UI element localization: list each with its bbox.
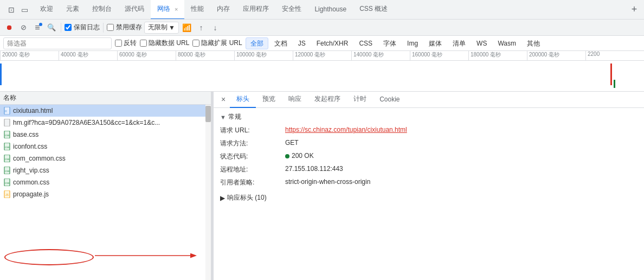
svg-text:CSS: CSS — [5, 134, 10, 137]
svg-text:H: H — [5, 110, 7, 113]
add-tab-button[interactable]: + — [627, 2, 642, 17]
general-section-title: 常规 — [228, 112, 241, 122]
info-label: 状态代码: — [220, 152, 285, 161]
info-value[interactable]: https://sc.chinaz.com/tupian/cixiutuan.h… — [285, 126, 637, 133]
detail-tab-计时[interactable]: 计时 — [347, 92, 373, 108]
response-headers-section[interactable]: ▶ 响应标头 (10) — [220, 193, 637, 202]
preserve-log-checkbox[interactable]: 保留日志 — [65, 23, 100, 32]
info-value: 200 OK — [285, 152, 637, 160]
ruler-mark: 100000 毫秒 — [234, 51, 293, 61]
filter-type-Fetch/XHR[interactable]: Fetch/XHR — [312, 37, 353, 49]
filter-type-文档[interactable]: 文档 — [269, 37, 292, 49]
record-button[interactable]: ⏺ — [3, 22, 15, 34]
detail-tab-预览[interactable]: 预览 — [256, 92, 282, 108]
info-value: GET — [285, 139, 637, 147]
info-label: 请求方法: — [220, 139, 285, 148]
filter-type-清单[interactable]: 清单 — [448, 37, 471, 49]
filter-type-JS[interactable]: JS — [293, 37, 311, 49]
tab-item-内存[interactable]: 内存 — [210, 0, 236, 20]
timeline-bar-green — [614, 80, 615, 88]
filter-type-其他[interactable]: 其他 — [522, 37, 545, 49]
detail-panel: × 标头预览响应发起程序计时Cookie ▼ 常规 请求 URL:https:/… — [214, 92, 644, 280]
tab-item-元素[interactable]: 元素 — [60, 0, 86, 20]
info-row: 请求 URL:https://sc.chinaz.com/tupian/cixi… — [220, 126, 637, 137]
file-name: base.css — [13, 131, 208, 138]
ruler-mark: 200000 毫秒 — [527, 51, 585, 61]
file-list: 名称 Hcixiutuan.htmlhm.gif?hca=9D9A0728A6E… — [0, 92, 211, 280]
file-type-icon: CSS — [3, 179, 11, 186]
svg-text:CSS: CSS — [5, 146, 10, 149]
tab-item-css-概述[interactable]: CSS 概述 — [353, 0, 394, 20]
info-label: 引用者策略: — [220, 178, 285, 187]
clear-button[interactable]: ⊘ — [17, 22, 29, 34]
tab-close-icon[interactable]: × — [175, 6, 178, 12]
upload-icon[interactable]: ↑ — [195, 22, 207, 34]
file-items-container: Hcixiutuan.htmlhm.gif?hca=9D9A0728A6E3A1… — [0, 105, 211, 200]
download-icon[interactable]: ↓ — [209, 22, 221, 34]
general-rows: 请求 URL:https://sc.chinaz.com/tupian/cixi… — [220, 126, 637, 189]
tab-item-源代码[interactable]: 源代码 — [118, 0, 151, 20]
filter-type-全部[interactable]: 全部 — [246, 37, 268, 49]
general-section-toggle[interactable]: ▼ — [220, 114, 226, 120]
tab-item-lighthouse[interactable]: Lighthouse — [308, 0, 353, 20]
file-item[interactable]: CSSbase.css — [0, 129, 211, 141]
info-value: strict-origin-when-cross-origin — [285, 178, 637, 186]
tab-item-安全性[interactable]: 安全性 — [275, 0, 308, 20]
filter-type-Img[interactable]: Img — [402, 37, 423, 49]
status-dot — [285, 154, 289, 158]
search-button[interactable]: 🔍 — [46, 22, 57, 34]
wifi-icon[interactable]: 📶 — [181, 22, 193, 34]
scrollbar[interactable] — [205, 105, 211, 280]
separator-2 — [103, 23, 104, 33]
detail-tab-Cookie[interactable]: Cookie — [373, 92, 406, 108]
file-name: com_common.css — [13, 155, 208, 162]
detail-tab-标头[interactable]: 标头 — [230, 92, 256, 108]
hide-ext-urls-checkbox[interactable]: 隐藏扩展 URL — [192, 39, 242, 48]
filter-type-WS[interactable]: WS — [472, 37, 492, 49]
filter-type-媒体[interactable]: 媒体 — [424, 37, 447, 49]
ruler-mark: 80000 毫秒 — [176, 51, 234, 61]
file-item[interactable]: CSSright_vip.css — [0, 164, 211, 176]
filter-type-Wasm[interactable]: Wasm — [493, 37, 521, 49]
detail-tab-响应[interactable]: 响应 — [282, 92, 308, 108]
filter-type-字体[interactable]: 字体 — [378, 37, 401, 49]
scroll-handle[interactable] — [205, 106, 211, 122]
tab-item-网络[interactable]: 网络× — [151, 0, 184, 20]
info-row: 远程地址:27.155.108.112:443 — [220, 165, 637, 176]
tab-item-应用程序[interactable]: 应用程序 — [236, 0, 275, 20]
file-list-header-text: 名称 — [3, 93, 16, 103]
ruler-mark: 180000 毫秒 — [468, 51, 527, 61]
inspect-icon[interactable]: ⊡ — [7, 5, 16, 15]
file-name: iconfont.css — [13, 143, 208, 150]
file-type-icon — [3, 119, 11, 126]
tab-item-欢迎[interactable]: 欢迎 — [34, 0, 60, 20]
info-row: 状态代码:200 OK — [220, 152, 637, 163]
timeline-ruler: 20000 毫秒40000 毫秒60000 毫秒80000 毫秒100000 毫… — [0, 51, 644, 61]
file-name: hm.gif?hca=9D9A0728A6E3A150&cc=1&ck=1&c.… — [13, 119, 208, 126]
red-circle-annotation — [4, 249, 94, 265]
detail-tabs: × 标头预览响应发起程序计时Cookie — [214, 92, 644, 108]
disable-cache-checkbox[interactable]: 禁用缓存 — [107, 23, 142, 32]
file-item[interactable]: CSScommon.css — [0, 176, 211, 188]
file-name: common.css — [13, 179, 208, 186]
reverse-checkbox[interactable]: 反转 — [115, 39, 137, 48]
file-item[interactable]: JSpropagate.js — [0, 188, 211, 200]
tab-item-控制台[interactable]: 控制台 — [86, 0, 118, 20]
device-icon[interactable]: ▭ — [20, 5, 29, 15]
info-label: 远程地址: — [220, 165, 285, 174]
response-headers-toggle[interactable]: ▶ — [220, 194, 225, 202]
filter-input[interactable] — [3, 37, 112, 49]
file-item[interactable]: hm.gif?hca=9D9A0728A6E3A150&cc=1&ck=1&c.… — [0, 117, 211, 129]
detail-tab-发起程序[interactable]: 发起程序 — [308, 92, 347, 108]
filter-icon-button[interactable]: ≡ — [31, 22, 43, 34]
hide-data-urls-checkbox[interactable]: 隐藏数据 URL — [140, 39, 189, 48]
detail-tab-close[interactable]: × — [217, 92, 230, 108]
svg-rect-2 — [4, 119, 10, 126]
timeline-body[interactable] — [0, 61, 644, 92]
file-item[interactable]: CSScom_common.css — [0, 152, 211, 164]
throttle-dropdown[interactable]: 无限制 ▼ — [144, 22, 179, 34]
tab-item-性能[interactable]: 性能 — [184, 0, 210, 20]
file-item[interactable]: Hcixiutuan.html — [0, 105, 211, 117]
file-item[interactable]: CSSiconfont.css — [0, 141, 211, 152]
filter-type-CSS[interactable]: CSS — [354, 37, 377, 49]
